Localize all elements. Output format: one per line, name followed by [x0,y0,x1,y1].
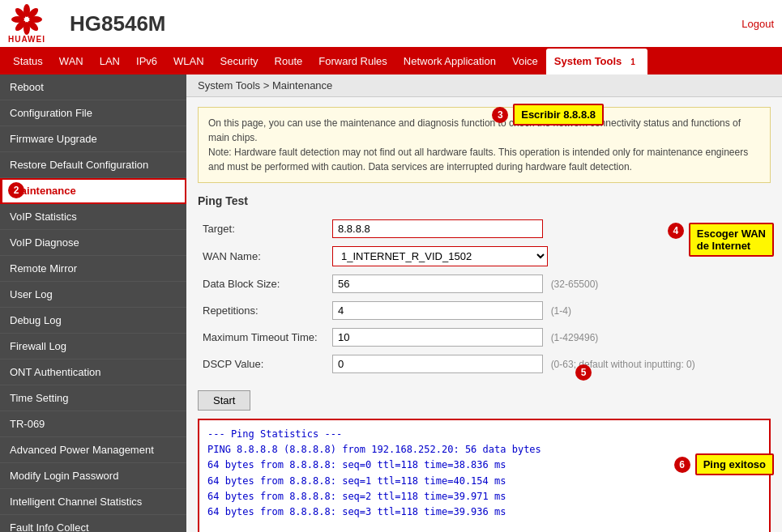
max-timeout-input[interactable] [332,328,543,347]
repetitions-label: Repetitions: [198,297,327,324]
logo-brand-label: HUAWEI [8,35,45,44]
nav-bar: Status WAN LAN IPv6 WLAN Security Route … [0,49,782,74]
content-inner: On this page, you can use the maintenanc… [186,97,782,532]
data-block-size-hint: (32-65500) [551,279,599,290]
dscp-row: DSCP Value: (0-63; default without input… [198,351,771,377]
product-name-label: HG8546M [62,11,741,36]
content-area: System Tools > Maintenance On this page,… [186,74,782,532]
sidebar-item-intelligent-channel[interactable]: Intelligent Channel Statistics [0,489,186,515]
nav-route[interactable]: Route [267,49,311,74]
annotation-2-badge-group: 2 [8,182,24,198]
nav-status[interactable]: Status [5,49,51,74]
ping-test-title: Ping Test [198,194,771,207]
dscp-input[interactable] [332,355,543,373]
data-block-size-label: Data Block Size: [198,270,327,297]
sidebar-item-user-log[interactable]: User Log [0,282,186,308]
header: HUAWEI HG8546M Logout [0,0,782,49]
ping-result-line-6: 64 bytes from 8.8.8.8: seq=3 ttl=118 tim… [207,504,761,520]
annotation-5-badge-group: 5 [575,364,592,381]
annotation-6-box: Ping exitoso [695,453,774,475]
nav-system-tools[interactable]: System Tools 1 [546,49,647,74]
sidebar-item-config-file[interactable]: Configuration File [0,100,186,126]
nav-forward-rules[interactable]: Forward Rules [310,49,395,74]
annotation-6-badge: 6 [674,457,690,473]
ping-result-line-4: 64 bytes from 8.8.8.8: seq=1 ttl=118 tim… [207,474,761,489]
annotation-4-group: 4 Escoger WAN de Internet [668,223,774,257]
nav-network-app[interactable]: Network Application [395,49,504,74]
dscp-label: DSCP Value: [198,351,327,377]
sidebar-item-firewall-log[interactable]: Firewall Log [0,334,186,360]
annotation-3-box: Escribir 8.8.8.8 [513,104,604,126]
annotation-4-badge: 4 [668,223,684,239]
target-input[interactable] [332,219,543,238]
annotation-6-group: 6 Ping exitoso [674,453,774,475]
sidebar: Reboot Configuration File Firmware Upgra… [0,74,186,532]
sidebar-item-firmware[interactable]: Firmware Upgrade [0,126,186,152]
nav-lan[interactable]: LAN [92,49,128,74]
repetitions-input[interactable] [332,301,543,320]
nav-security[interactable]: Security [212,49,267,74]
sidebar-item-tr069[interactable]: TR-069 [0,411,186,437]
max-timeout-row: Maximum Timeout Time: (1-429496) [198,324,771,351]
sidebar-item-voip-stats[interactable]: VoIP Statistics [0,204,186,230]
data-block-size-row: Data Block Size: (32-65500) [198,270,771,297]
sidebar-item-remote-mirror[interactable]: Remote Mirror [0,256,186,282]
breadcrumb: System Tools > Maintenance [186,74,782,97]
ping-result-line-5: 64 bytes from 8.8.8.8: seq=2 ttl=118 tim… [207,489,761,504]
sidebar-item-fault-info[interactable]: Fault Info Collect [0,515,186,532]
nav-badge: 1 [626,56,639,69]
max-timeout-label: Maximum Timeout Time: [198,324,327,351]
info-box: On this page, you can use the maintenanc… [198,107,771,183]
info-note: Note: Hardware fault detection may not f… [208,147,748,172]
dscp-hint: (0-63; default without inputting: 0) [551,359,695,370]
annotation-5-badge: 5 [575,364,592,381]
repetitions-hint: (1-4) [551,305,571,317]
annotation-3-badge: 3 [492,107,508,123]
annotation-3-group: 3 Escribir 8.8.8.8 [492,104,604,126]
start-button[interactable]: Start [198,390,250,411]
info-text: On this page, you can use the maintenanc… [208,117,741,143]
sidebar-item-reboot[interactable]: Reboot [0,74,186,100]
wan-name-select[interactable]: 1_INTERNET_R_VID_1502 1_TR069_R_VID_100 … [332,246,548,266]
repetitions-row: Repetitions: (1-4) [198,297,771,324]
sidebar-item-ont-auth[interactable]: ONT Authentication [0,360,186,385]
main-layout: Reboot Configuration File Firmware Upgra… [0,74,782,532]
nav-wan[interactable]: WAN [51,49,92,74]
ping-result-box: --- Ping Statistics --- PING 8.8.8.8 (8.… [198,419,771,532]
nav-voice[interactable]: Voice [504,49,546,74]
nav-wlan[interactable]: WLAN [165,49,212,74]
logo-area: HUAWEI [8,4,45,44]
wan-name-label: WAN Name: [198,242,327,270]
ping-result-line-1: --- Ping Statistics --- [207,427,761,442]
max-timeout-hint: (1-429496) [551,332,599,343]
data-block-size-input[interactable] [332,275,543,293]
huawei-logo-icon [9,4,45,35]
logout-button[interactable]: Logout [741,18,774,30]
sidebar-item-maintenance[interactable]: Maintenance [0,178,186,204]
sidebar-item-debug-log[interactable]: Debug Log [0,308,186,334]
annotation-2-badge: 2 [8,182,24,198]
sidebar-item-advanced-power[interactable]: Advanced Power Management [0,437,186,463]
sidebar-item-time-setting[interactable]: Time Setting [0,385,186,411]
target-label: Target: [198,215,327,242]
sidebar-item-restore-default[interactable]: Restore Default Configuration [0,152,186,178]
sidebar-item-voip-diagnose[interactable]: VoIP Diagnose [0,230,186,256]
annotation-4-box: Escoger WAN de Internet [689,223,774,257]
nav-ipv6[interactable]: IPv6 [128,49,165,74]
sidebar-item-modify-password[interactable]: Modify Login Password [0,463,186,489]
ping-result-blank [207,520,761,532]
